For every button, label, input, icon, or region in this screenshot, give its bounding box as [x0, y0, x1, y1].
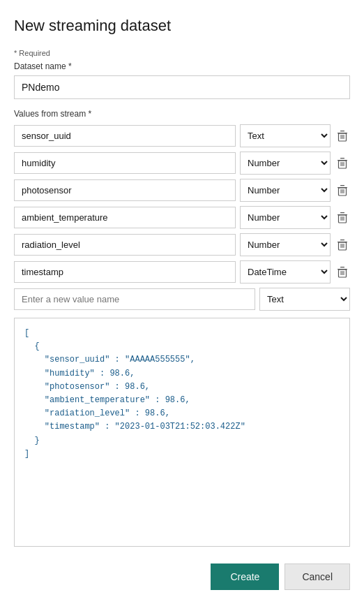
create-button[interactable]: Create	[211, 564, 279, 590]
svg-rect-22	[342, 216, 343, 221]
svg-rect-4	[342, 135, 343, 139]
trash-icon	[338, 185, 347, 196]
svg-rect-17	[344, 189, 344, 193]
trash-icon	[338, 267, 347, 278]
delete-row-button[interactable]	[335, 183, 350, 198]
stream-row-type-select[interactable]: TextNumberDateTimeBoolean	[240, 260, 331, 283]
svg-rect-33	[341, 271, 342, 275]
svg-rect-11	[344, 162, 344, 166]
svg-rect-29	[344, 244, 344, 248]
stream-row: TextNumberDateTimeBoolean	[14, 152, 350, 175]
trash-icon	[338, 131, 347, 142]
stream-row-name-input[interactable]	[14, 152, 236, 174]
delete-row-button[interactable]	[335, 237, 350, 253]
values-from-stream-label: Values from stream *	[14, 109, 350, 119]
stream-row-type-select[interactable]: TextNumberDateTimeBoolean	[240, 179, 331, 202]
stream-row-name-input[interactable]	[14, 179, 236, 201]
stream-row-name-input[interactable]	[14, 234, 236, 256]
svg-rect-28	[342, 244, 343, 248]
svg-rect-16	[342, 189, 343, 193]
delete-row-button[interactable]	[335, 210, 350, 226]
required-note: * Required	[14, 49, 350, 57]
stream-row: TextNumberDateTimeBoolean	[14, 260, 350, 283]
svg-rect-34	[342, 271, 343, 275]
stream-row-type-select[interactable]: TextNumberDateTimeBoolean	[240, 233, 331, 256]
svg-rect-25	[340, 240, 344, 240]
dataset-name-label: Dataset name *	[14, 61, 350, 71]
svg-rect-23	[344, 216, 344, 221]
svg-rect-15	[341, 189, 342, 193]
delete-row-button[interactable]	[335, 265, 350, 280]
dataset-name-input[interactable]	[14, 75, 350, 99]
new-value-name-input[interactable]	[14, 288, 255, 310]
stream-row: TextNumberDateTimeBoolean	[14, 233, 350, 256]
stream-rows-container: TextNumberDateTimeBoolean TextNumberDate…	[14, 124, 350, 283]
stream-row-type-select[interactable]: TextNumberDateTimeBoolean	[240, 124, 331, 147]
stream-row-name-input[interactable]	[14, 207, 236, 228]
svg-rect-31	[340, 267, 344, 267]
svg-rect-1	[340, 131, 344, 131]
new-value-row: TextNumberDateTimeBoolean	[14, 288, 350, 311]
delete-row-button[interactable]	[335, 156, 350, 171]
footer-buttons: Create Cancel	[14, 561, 350, 590]
svg-rect-10	[342, 162, 343, 166]
stream-row: TextNumberDateTimeBoolean	[14, 206, 350, 229]
trash-icon	[338, 212, 347, 223]
stream-row-type-select[interactable]: TextNumberDateTimeBoolean	[240, 206, 331, 229]
stream-row: TextNumberDateTimeBoolean	[14, 179, 350, 202]
stream-row-name-input[interactable]	[14, 125, 236, 147]
trash-icon	[338, 240, 347, 251]
stream-row-name-input[interactable]	[14, 261, 236, 283]
svg-rect-7	[340, 158, 344, 159]
svg-rect-13	[340, 185, 344, 186]
svg-rect-27	[341, 244, 342, 248]
svg-rect-35	[344, 271, 344, 275]
trash-icon	[338, 158, 347, 169]
new-value-type-select[interactable]: TextNumberDateTimeBoolean	[259, 288, 350, 311]
new-streaming-dataset-panel: New streaming dataset * Required Dataset…	[0, 0, 364, 604]
stream-row: TextNumberDateTimeBoolean	[14, 124, 350, 147]
page-title: New streaming dataset	[14, 17, 350, 35]
svg-rect-9	[341, 162, 342, 166]
svg-rect-21	[341, 216, 342, 221]
delete-row-button[interactable]	[335, 128, 350, 144]
json-preview: [ { "sensor_uuid" : "AAAAA555555", "humi…	[14, 318, 350, 547]
stream-row-type-select[interactable]: TextNumberDateTimeBoolean	[240, 152, 331, 175]
svg-rect-5	[344, 135, 344, 139]
svg-rect-19	[340, 212, 344, 213]
cancel-button[interactable]: Cancel	[285, 564, 350, 590]
svg-rect-3	[341, 135, 342, 139]
